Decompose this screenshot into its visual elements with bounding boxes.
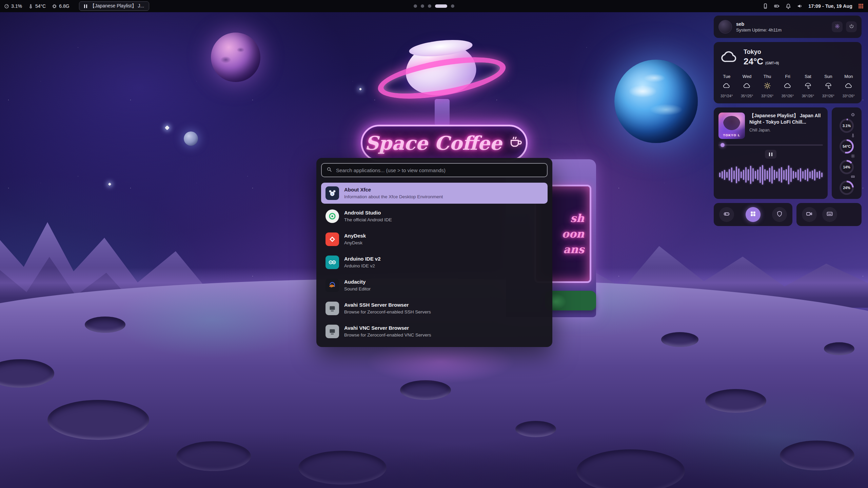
gauge-value: 14% — [843, 165, 850, 169]
search-input[interactable] — [336, 167, 542, 173]
search-icon — [326, 166, 332, 174]
cloud-icon — [743, 82, 751, 91]
cpu-icon — [851, 112, 855, 118]
workspace-dot[interactable] — [428, 4, 431, 8]
app-name: Avahi SSH Server Browser — [344, 302, 431, 308]
volume-icon[interactable] — [797, 3, 803, 9]
screen-record-button[interactable] — [802, 207, 817, 222]
memory-gauge: 24% — [840, 174, 854, 195]
album-art[interactable]: TOKYO L — [718, 113, 745, 139]
workspace-dot[interactable] — [421, 4, 424, 8]
app-description: Information about the Xfce Desktop Envir… — [344, 194, 443, 200]
now-playing-label: 【Japanese Playlist】 J... — [90, 3, 144, 9]
forecast-temps: 33°/26° — [761, 94, 773, 98]
result-about-xfce[interactable]: About Xfce Information about the Xfce De… — [321, 183, 548, 204]
cpu-stat: 3.1% — [4, 3, 22, 9]
video-camera-icon — [806, 210, 813, 219]
media-title: 【Japanese Playlist】 Japan All Night - To… — [749, 113, 823, 125]
cloud-icon — [845, 82, 852, 91]
xfce-icon — [326, 186, 339, 200]
forecast-day: Fri 35°/26° — [782, 74, 794, 98]
gear-icon — [835, 24, 840, 30]
gauge-value: 3.1% — [843, 124, 851, 128]
media-waveform — [718, 163, 823, 186]
result-anydesk[interactable]: AnyDesk AnyDesk — [321, 229, 548, 250]
avatar — [718, 20, 732, 34]
gear-icon — [851, 154, 855, 160]
forecast-day-label: Mon — [844, 74, 853, 79]
app-name: Audacity — [344, 279, 371, 285]
weather-card: Tokyo 24°C (GMT+9) Tue 33°/24° Wed 35°/2… — [714, 42, 862, 103]
sun-icon — [764, 82, 771, 91]
forecast-day-label: Fri — [785, 74, 790, 79]
phone-link-icon[interactable] — [762, 3, 768, 9]
keyboard-icon — [826, 210, 833, 219]
keyboard-button[interactable] — [822, 207, 837, 222]
cpu-gauge: 3.1% — [840, 112, 854, 133]
shield-button[interactable] — [772, 207, 787, 222]
clock[interactable]: 17:09 - Tue, 19 Aug — [808, 3, 852, 9]
system-gauges: 3.1% 54°C 14% — [832, 107, 862, 199]
result-avahi-vnc[interactable]: Avahi VNC Server Browser Browse for Zero… — [321, 321, 548, 342]
game-mode-button[interactable] — [719, 207, 734, 222]
media-progress-bar[interactable] — [718, 144, 823, 146]
app-description: Sound Editor — [344, 286, 371, 292]
settings-button[interactable] — [832, 21, 843, 32]
app-name: AnyDesk — [344, 232, 366, 239]
workspace-dot[interactable] — [451, 4, 454, 8]
result-avahi-ssh[interactable]: Avahi SSH Server Browser Browse for Zero… — [321, 298, 548, 319]
shield-icon — [776, 210, 783, 219]
forecast-day: Thu 33°/26° — [761, 74, 773, 98]
window-neon-text: oon — [562, 228, 584, 239]
app-grid-icon[interactable] — [858, 3, 864, 9]
space-coffee-sign: Space Coffee — [361, 125, 528, 161]
planet-earth — [614, 60, 698, 143]
notifications-bell-icon[interactable] — [785, 3, 791, 9]
controller-icon — [723, 210, 730, 219]
apps-button[interactable] — [746, 207, 761, 222]
weather-timezone: (GMT+9) — [765, 61, 779, 65]
result-audacity[interactable]: Audacity Sound Editor — [321, 275, 548, 296]
forecast-temps: 33°/26° — [843, 94, 855, 98]
avahi-icon — [326, 325, 339, 338]
search-box[interactable] — [321, 163, 548, 177]
hedge — [545, 291, 596, 310]
anydesk-icon — [326, 232, 339, 246]
power-button[interactable] — [846, 21, 857, 32]
temperature-stat: 54°C — [28, 3, 46, 9]
result-arduino[interactable]: Arduino IDE v2 Arduino IDE v2 — [321, 252, 548, 273]
small-moon — [184, 131, 198, 146]
media-progress-handle[interactable] — [721, 143, 725, 147]
window-neon-text: sh — [570, 213, 584, 224]
forecast-day: Wed 35°/25° — [741, 74, 753, 98]
app-name: Android Studio — [344, 209, 392, 216]
now-playing-button[interactable]: 【Japanese Playlist】 J... — [79, 1, 150, 11]
temperature-gauge: 54°C — [840, 133, 854, 154]
neon-sign-text: Space Coffee — [365, 132, 502, 154]
battery-icon[interactable] — [774, 3, 780, 9]
umbrella-icon — [804, 82, 812, 91]
result-android-studio[interactable]: Android Studio The official Android IDE — [321, 206, 548, 227]
workspace-dot[interactable] — [414, 4, 417, 8]
forecast-temps: 35°/26° — [782, 94, 794, 98]
app-name: Avahi VNC Server Browser — [344, 325, 431, 331]
album-art-label: TOKYO L — [718, 134, 745, 137]
media-pause-button[interactable] — [765, 150, 776, 159]
forecast-day-label: Sat — [805, 74, 811, 79]
foreground-dunes — [0, 403, 868, 488]
app-description: Browse for Zeroconf-enabled SSH Servers — [344, 309, 431, 315]
memory-value: 6.8G — [59, 3, 69, 9]
forecast-temps: 33°/24° — [721, 94, 733, 98]
forecast-day-label: Thu — [764, 74, 771, 79]
coffee-cup-icon — [508, 135, 524, 151]
cloud-icon — [723, 82, 730, 91]
user-card: seb System Uptime: 4h11m — [714, 16, 862, 38]
forecast-day-label: Wed — [743, 74, 752, 79]
memory-icon — [851, 174, 855, 180]
arduino-icon — [326, 256, 339, 269]
workspace-active-pill[interactable] — [435, 4, 447, 8]
audacity-icon — [326, 279, 339, 292]
usage-gauge: 14% — [840, 154, 854, 174]
weather-city: Tokyo — [744, 48, 779, 56]
crater — [661, 332, 698, 347]
